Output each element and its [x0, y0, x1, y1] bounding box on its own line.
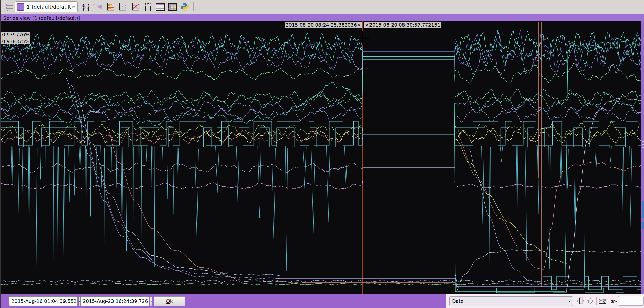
- chevron-down-icon: ▾: [568, 299, 570, 303]
- axis-mode-combobox[interactable]: Date ▾: [449, 296, 573, 306]
- page-title: Series view [1 (default/default)]: [3, 15, 80, 21]
- table-icon[interactable]: [155, 2, 165, 12]
- profile-color-swatch: [17, 3, 24, 11]
- fit-vertical-icon[interactable]: [576, 297, 585, 305]
- barh-chart-icon[interactable]: [106, 2, 115, 12]
- scatter-columns-icon[interactable]: [118, 2, 127, 12]
- panel-separator: [575, 297, 575, 305]
- y-value-label-upper: 0.939776%: [1, 32, 30, 38]
- list-icon[interactable]: [5, 2, 15, 12]
- one-two-three-icon[interactable]: 123: [143, 2, 153, 12]
- profile-combobox[interactable]: 1 (default/default) ▾: [15, 1, 78, 12]
- svg-text:1: 1: [144, 3, 147, 6]
- profile-combobox-label: 1 (default/default): [27, 4, 73, 10]
- series-view-titlebar: Series view [1 (default/default)]: [1, 14, 644, 22]
- mean-xbar-icon[interactable]: x▾: [608, 297, 617, 305]
- scrollbar-marker: [642, 222, 644, 229]
- axis-lines-icon[interactable]: [93, 2, 102, 12]
- start-time-combobox[interactable]: 2015-Aug-16 01:04:39.552 ▾: [9, 296, 78, 306]
- fit-all-icon[interactable]: [586, 297, 595, 305]
- chevron-down-icon[interactable]: ▾: [79, 297, 81, 306]
- curves-icon[interactable]: [131, 2, 140, 12]
- start-time-value: 2015-Aug-16 01:04:39.552: [9, 297, 79, 306]
- axis-mode-value: Date: [450, 298, 568, 304]
- end-time-combobox[interactable]: 2015-Aug-23 16:24:39.726 ▾: [80, 296, 149, 306]
- bottom-control-bar: 2015-Aug-16 01:04:39.552 ▾ 2015-Aug-23 1…: [1, 294, 644, 308]
- svg-text:3: 3: [150, 3, 152, 6]
- end-time-value: 2015-Aug-23 16:24:39.726: [81, 297, 150, 306]
- parallel-coords-icon[interactable]: [81, 2, 91, 12]
- panel-separator: [596, 297, 597, 305]
- plot-scrollbar[interactable]: [641, 21, 644, 294]
- series-plot-area[interactable]: [1, 21, 641, 294]
- scrollbar-marker: [642, 201, 644, 218]
- y-value-label-lower: 0.938375%: [1, 38, 30, 44]
- time-series-canvas[interactable]: [1, 21, 641, 294]
- toolbar-separator: [79, 2, 79, 11]
- axis-control-panel: Date ▾: [446, 294, 644, 308]
- main-toolbar: 1 (default/default) ▾: [1, 0, 644, 14]
- python-icon[interactable]: [180, 2, 190, 12]
- chevron-down-icon: ▾: [73, 5, 75, 9]
- stat-value-input[interactable]: [618, 296, 644, 306]
- chevron-down-icon[interactable]: ▾: [150, 297, 152, 306]
- cursor-timestamp-right: <2015-08-20 08:30:57.772151: [364, 22, 441, 28]
- chart-cursor-icon[interactable]: [598, 297, 606, 305]
- svg-text:2: 2: [147, 3, 149, 6]
- cursor-timestamp-left: 2015-08-20 08:24:25.382036>: [285, 22, 362, 28]
- toolbar-separator: [193, 2, 194, 11]
- ok-button[interactable]: Ok: [154, 296, 185, 306]
- colored-table-icon[interactable]: [168, 2, 177, 12]
- series-view-window: 1 (default/default) ▾: [0, 0, 644, 308]
